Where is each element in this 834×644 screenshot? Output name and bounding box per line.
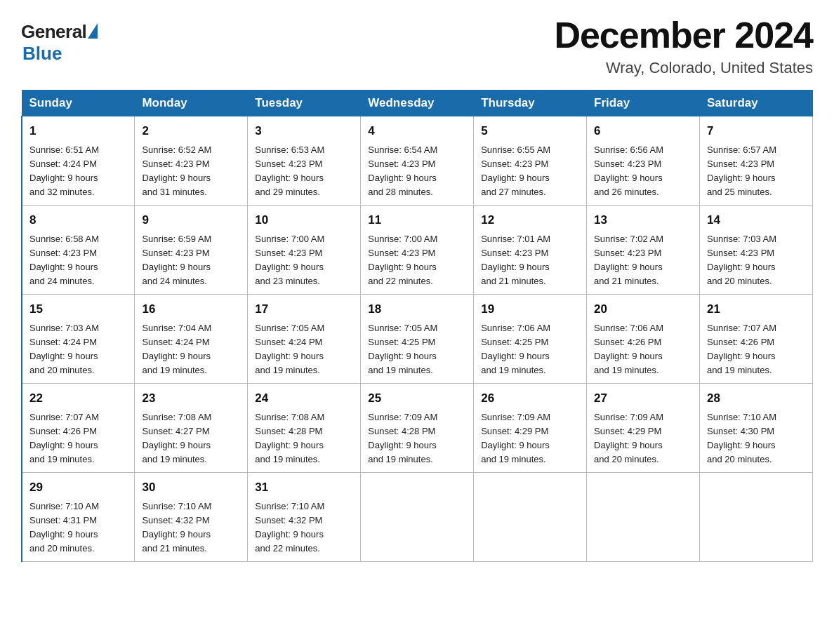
- col-wednesday: Wednesday: [361, 90, 474, 116]
- calendar-cell: 13 Sunrise: 7:02 AM Sunset: 4:23 PM Dayl…: [587, 206, 700, 295]
- day-info: Sunrise: 7:03 AM Sunset: 4:24 PM Dayligh…: [29, 321, 127, 378]
- col-sunday: Sunday: [22, 90, 135, 116]
- day-number: 30: [142, 478, 240, 497]
- calendar-cell: 24 Sunrise: 7:08 AM Sunset: 4:28 PM Dayl…: [248, 384, 361, 473]
- day-number: 24: [255, 389, 353, 408]
- day-number: 14: [707, 211, 805, 229]
- day-info: Sunrise: 6:51 AM Sunset: 4:24 PM Dayligh…: [29, 143, 127, 200]
- calendar-cell: [700, 473, 813, 562]
- calendar-cell: [587, 473, 700, 562]
- day-info: Sunrise: 7:00 AM Sunset: 4:23 PM Dayligh…: [368, 232, 466, 289]
- calendar-cell: [474, 473, 587, 562]
- day-number: 28: [707, 389, 805, 408]
- calendar-cell: 2 Sunrise: 6:52 AM Sunset: 4:23 PM Dayli…: [135, 116, 248, 206]
- calendar-cell: 26 Sunrise: 7:09 AM Sunset: 4:29 PM Dayl…: [474, 384, 587, 473]
- day-info: Sunrise: 7:09 AM Sunset: 4:29 PM Dayligh…: [594, 410, 692, 467]
- day-number: 15: [29, 300, 127, 318]
- calendar-cell: 28 Sunrise: 7:10 AM Sunset: 4:30 PM Dayl…: [700, 384, 813, 473]
- col-tuesday: Tuesday: [248, 90, 361, 116]
- day-info: Sunrise: 7:06 AM Sunset: 4:26 PM Dayligh…: [594, 321, 692, 378]
- day-info: Sunrise: 7:03 AM Sunset: 4:23 PM Dayligh…: [707, 232, 805, 289]
- calendar-cell: 10 Sunrise: 7:00 AM Sunset: 4:23 PM Dayl…: [248, 206, 361, 295]
- calendar-cell: 6 Sunrise: 6:56 AM Sunset: 4:23 PM Dayli…: [587, 116, 700, 206]
- day-info: Sunrise: 6:56 AM Sunset: 4:23 PM Dayligh…: [594, 143, 692, 200]
- calendar-cell: 25 Sunrise: 7:09 AM Sunset: 4:28 PM Dayl…: [361, 384, 474, 473]
- day-info: Sunrise: 7:10 AM Sunset: 4:30 PM Dayligh…: [707, 410, 805, 467]
- day-info: Sunrise: 6:59 AM Sunset: 4:23 PM Dayligh…: [142, 232, 240, 289]
- calendar-cell: 15 Sunrise: 7:03 AM Sunset: 4:24 PM Dayl…: [22, 295, 135, 384]
- day-number: 3: [255, 122, 353, 140]
- day-info: Sunrise: 7:07 AM Sunset: 4:26 PM Dayligh…: [707, 321, 805, 378]
- day-info: Sunrise: 7:09 AM Sunset: 4:28 PM Dayligh…: [368, 410, 466, 467]
- col-friday: Friday: [587, 90, 700, 116]
- day-info: Sunrise: 7:10 AM Sunset: 4:32 PM Dayligh…: [255, 499, 353, 556]
- calendar-cell: 5 Sunrise: 6:55 AM Sunset: 4:23 PM Dayli…: [474, 116, 587, 206]
- day-number: 5: [481, 122, 579, 140]
- day-number: 18: [368, 300, 466, 318]
- day-info: Sunrise: 7:10 AM Sunset: 4:32 PM Dayligh…: [142, 499, 240, 556]
- day-number: 6: [594, 122, 692, 140]
- calendar-cell: 23 Sunrise: 7:08 AM Sunset: 4:27 PM Dayl…: [135, 384, 248, 473]
- day-info: Sunrise: 7:00 AM Sunset: 4:23 PM Dayligh…: [255, 232, 353, 289]
- calendar-cell: 8 Sunrise: 6:58 AM Sunset: 4:23 PM Dayli…: [22, 206, 135, 295]
- day-number: 8: [29, 211, 127, 229]
- calendar-cell: 27 Sunrise: 7:09 AM Sunset: 4:29 PM Dayl…: [587, 384, 700, 473]
- day-number: 9: [142, 211, 240, 229]
- day-number: 19: [481, 300, 579, 318]
- calendar-cell: 17 Sunrise: 7:05 AM Sunset: 4:24 PM Dayl…: [248, 295, 361, 384]
- day-number: 11: [368, 211, 466, 229]
- day-number: 22: [29, 389, 127, 408]
- calendar-cell: 30 Sunrise: 7:10 AM Sunset: 4:32 PM Dayl…: [135, 473, 248, 562]
- day-number: 4: [368, 122, 466, 140]
- day-number: 12: [481, 211, 579, 229]
- day-info: Sunrise: 6:55 AM Sunset: 4:23 PM Dayligh…: [481, 143, 579, 200]
- day-number: 2: [142, 122, 240, 140]
- calendar-cell: 18 Sunrise: 7:05 AM Sunset: 4:25 PM Dayl…: [361, 295, 474, 384]
- week-row-1: 1 Sunrise: 6:51 AM Sunset: 4:24 PM Dayli…: [22, 116, 813, 206]
- day-number: 29: [29, 478, 127, 497]
- logo: General Blue: [21, 21, 98, 65]
- calendar-cell: 7 Sunrise: 6:57 AM Sunset: 4:23 PM Dayli…: [700, 116, 813, 206]
- day-number: 31: [255, 478, 353, 497]
- day-info: Sunrise: 7:04 AM Sunset: 4:24 PM Dayligh…: [142, 321, 240, 378]
- day-number: 13: [594, 211, 692, 229]
- day-number: 7: [707, 122, 805, 140]
- calendar-cell: 19 Sunrise: 7:06 AM Sunset: 4:25 PM Dayl…: [474, 295, 587, 384]
- day-number: 16: [142, 300, 240, 318]
- week-row-3: 15 Sunrise: 7:03 AM Sunset: 4:24 PM Dayl…: [22, 295, 813, 384]
- logo-general-text: General: [21, 21, 86, 43]
- day-info: Sunrise: 7:02 AM Sunset: 4:23 PM Dayligh…: [594, 232, 692, 289]
- day-info: Sunrise: 7:05 AM Sunset: 4:25 PM Dayligh…: [368, 321, 466, 378]
- calendar-table: Sunday Monday Tuesday Wednesday Thursday…: [21, 90, 813, 562]
- calendar-cell: 4 Sunrise: 6:54 AM Sunset: 4:23 PM Dayli…: [361, 116, 474, 206]
- day-number: 20: [594, 300, 692, 318]
- day-number: 17: [255, 300, 353, 318]
- day-number: 26: [481, 389, 579, 408]
- week-row-2: 8 Sunrise: 6:58 AM Sunset: 4:23 PM Dayli…: [22, 206, 813, 295]
- day-info: Sunrise: 7:08 AM Sunset: 4:27 PM Dayligh…: [142, 410, 240, 467]
- calendar-header: Sunday Monday Tuesday Wednesday Thursday…: [22, 90, 813, 116]
- calendar-cell: 3 Sunrise: 6:53 AM Sunset: 4:23 PM Dayli…: [248, 116, 361, 206]
- calendar-cell: [361, 473, 474, 562]
- calendar-cell: 20 Sunrise: 7:06 AM Sunset: 4:26 PM Dayl…: [587, 295, 700, 384]
- day-number: 23: [142, 389, 240, 408]
- logo-blue-text: Blue: [22, 43, 62, 65]
- day-info: Sunrise: 7:08 AM Sunset: 4:28 PM Dayligh…: [255, 410, 353, 467]
- day-info: Sunrise: 6:53 AM Sunset: 4:23 PM Dayligh…: [255, 143, 353, 200]
- day-info: Sunrise: 7:10 AM Sunset: 4:31 PM Dayligh…: [29, 499, 127, 556]
- calendar-cell: 16 Sunrise: 7:04 AM Sunset: 4:24 PM Dayl…: [135, 295, 248, 384]
- subtitle: Wray, Colorado, United States: [554, 59, 813, 77]
- calendar-body: 1 Sunrise: 6:51 AM Sunset: 4:24 PM Dayli…: [22, 116, 813, 562]
- calendar-cell: 9 Sunrise: 6:59 AM Sunset: 4:23 PM Dayli…: [135, 206, 248, 295]
- day-info: Sunrise: 6:57 AM Sunset: 4:23 PM Dayligh…: [707, 143, 805, 200]
- calendar-cell: 1 Sunrise: 6:51 AM Sunset: 4:24 PM Dayli…: [22, 116, 135, 206]
- calendar-cell: 21 Sunrise: 7:07 AM Sunset: 4:26 PM Dayl…: [700, 295, 813, 384]
- day-number: 1: [29, 122, 127, 140]
- main-title: December 2024: [554, 14, 813, 56]
- week-row-5: 29 Sunrise: 7:10 AM Sunset: 4:31 PM Dayl…: [22, 473, 813, 562]
- calendar-cell: 11 Sunrise: 7:00 AM Sunset: 4:23 PM Dayl…: [361, 206, 474, 295]
- col-saturday: Saturday: [700, 90, 813, 116]
- calendar-cell: 31 Sunrise: 7:10 AM Sunset: 4:32 PM Dayl…: [248, 473, 361, 562]
- calendar-cell: 12 Sunrise: 7:01 AM Sunset: 4:23 PM Dayl…: [474, 206, 587, 295]
- day-info: Sunrise: 6:54 AM Sunset: 4:23 PM Dayligh…: [368, 143, 466, 200]
